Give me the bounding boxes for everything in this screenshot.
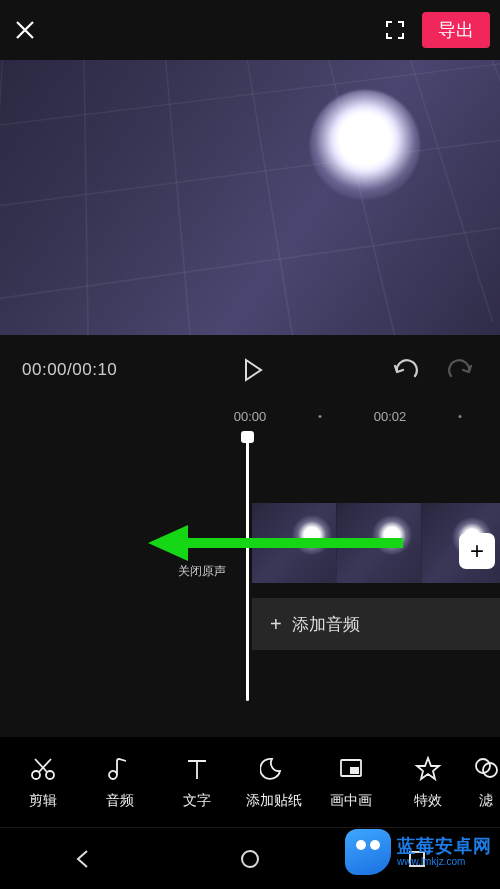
undo-button[interactable] [388,352,424,388]
preview-grid [0,60,500,335]
watermark-text: 蓝莓安卓网 www.lmkjz.com [397,837,492,868]
mute-original-audio-button[interactable]: 关闭原声 [178,563,226,580]
playhead[interactable] [246,433,249,701]
tool-label: 剪辑 [29,792,57,810]
close-button[interactable] [10,15,40,45]
add-clip-button[interactable]: + [459,533,495,569]
timeline-area[interactable]: 关闭原声 + + 添加音频 [0,433,500,713]
tool-label: 画中画 [330,792,372,810]
total-time: 00:10 [72,360,117,379]
tool-label: 特效 [414,792,442,810]
mute-label: 关闭原声 [178,564,226,578]
tool-edit[interactable]: 剪辑 [4,754,81,810]
preview-light [310,90,420,200]
tool-effects[interactable]: 特效 [389,754,466,810]
tool-sticker[interactable]: 添加贴纸 [235,754,312,810]
star-icon [413,754,443,784]
plus-icon: + [470,537,484,565]
svg-rect-5 [350,767,359,774]
svg-point-2 [32,771,40,779]
watermark: 蓝莓安卓网 www.lmkjz.com [345,829,492,875]
tool-text[interactable]: 文字 [158,754,235,810]
export-label: 导出 [438,18,474,42]
time-display: 00:00/00:10 [22,360,117,380]
nav-back-button[interactable] [63,839,103,879]
svg-point-3 [46,771,54,779]
tool-label: 音频 [106,792,134,810]
play-button[interactable] [233,350,273,390]
svg-marker-1 [148,525,188,561]
clip-thumbnail[interactable] [252,503,337,583]
clip-thumbnail[interactable] [337,503,422,583]
redo-button[interactable] [442,352,478,388]
export-button[interactable]: 导出 [422,12,490,48]
top-bar: 导出 [0,0,500,60]
video-editor-app: 导出 00:00/00:10 00:00 00:02 [0,0,500,889]
ruler-tick-1: 00:02 [374,409,407,424]
watermark-url: www.lmkjz.com [397,856,492,867]
fullscreen-button[interactable] [380,15,410,45]
add-audio-track-button[interactable]: + 添加音频 [252,598,500,650]
current-time: 00:00 [22,360,67,379]
svg-point-8 [242,851,258,867]
pip-icon [336,754,366,784]
timeline-ruler[interactable]: 00:00 00:02 [0,405,500,433]
tool-filter[interactable]: 滤 [466,754,500,810]
watermark-title: 蓝莓安卓网 [397,837,492,857]
watermark-logo-icon [345,829,391,875]
ruler-dot [319,415,322,418]
ruler-dot [459,415,462,418]
moon-icon [259,754,289,784]
music-note-icon [105,754,135,784]
video-preview[interactable] [0,60,500,335]
tool-label: 文字 [183,792,211,810]
tool-label: 添加贴纸 [246,792,302,810]
bottom-toolbar: 剪辑 音频 文字 添加贴纸 画中画 [0,737,500,827]
nav-home-button[interactable] [230,839,270,879]
add-audio-label: 添加音频 [292,613,360,636]
ruler-tick-0: 00:00 [234,409,267,424]
tool-label: 滤 [479,792,493,810]
plus-icon: + [270,613,282,636]
scissors-icon [28,754,58,784]
transport-bar: 00:00/00:10 [0,335,500,405]
filter-icon [471,754,500,784]
tool-audio[interactable]: 音频 [81,754,158,810]
text-icon [182,754,212,784]
tool-pip[interactable]: 画中画 [312,754,389,810]
